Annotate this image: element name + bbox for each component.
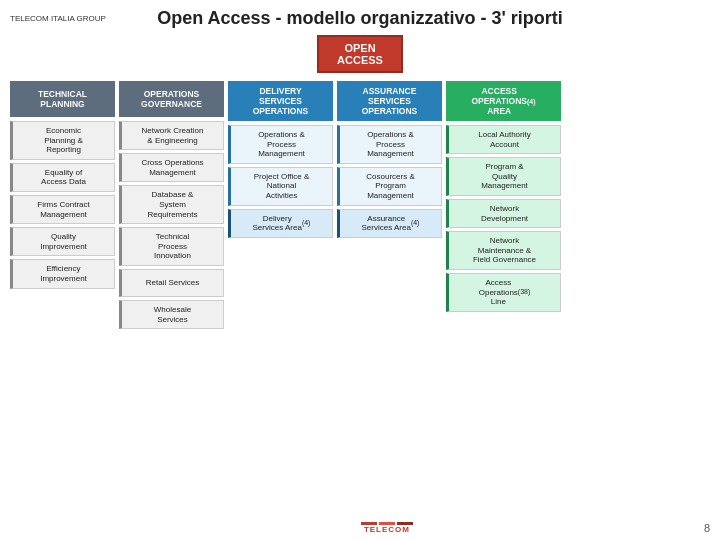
- open-access-container: OPENACCESS: [10, 35, 710, 73]
- open-access-badge: OPENACCESS: [317, 35, 403, 73]
- page-number: 8: [704, 522, 710, 534]
- list-item: Program &QualityManagement: [446, 157, 561, 196]
- page: TELECOM ITALIA GROUP Open Access - model…: [0, 0, 720, 540]
- col-header-delivery: DELIVERYSERVICESOPERATIONS: [228, 81, 333, 121]
- list-item: Database &SystemRequirements: [119, 185, 224, 224]
- list-item: DeliveryServices Area(4): [228, 209, 333, 238]
- list-item: NetworkDevelopment: [446, 199, 561, 228]
- column-access-ops: ACCESSOPERATIONSAREA (4) Local Authority…: [446, 81, 561, 315]
- col-header-ops-gov: OPERATIONSGOVERNANCE: [119, 81, 224, 117]
- list-item: Cosourcers &ProgramManagement: [337, 167, 442, 206]
- list-item: TechnicalProcessInnovation: [119, 227, 224, 266]
- list-item: EfficiencyImprovement: [10, 259, 115, 288]
- list-item: Retail Services: [119, 269, 224, 297]
- col-header-tech-planning: TECHNICALPLANNING: [10, 81, 115, 117]
- column-ops-governance: OPERATIONSGOVERNANCE Network Creation& E…: [119, 81, 224, 332]
- top-bar: TELECOM ITALIA GROUP Open Access - model…: [10, 8, 710, 29]
- col-header-assurance: ASSURANCESERVICESOPERATIONS: [337, 81, 442, 121]
- list-item: AccessOperationsLine (38): [446, 273, 561, 312]
- main-title: Open Access - modello organizzativo - 3'…: [157, 8, 563, 29]
- list-item: WholesaleServices: [119, 300, 224, 329]
- list-item: Equality ofAccess Data: [10, 163, 115, 192]
- list-item: Network Creation& Engineering: [119, 121, 224, 150]
- list-item: Operations &ProcessManagement: [228, 125, 333, 164]
- column-tech-planning: TECHNICALPLANNING EconomicPlanning &Repo…: [10, 81, 115, 292]
- list-item: Project Office &NationalActivities: [228, 167, 333, 206]
- logo-text: TELECOM: [364, 525, 410, 534]
- column-assurance: ASSURANCESERVICESOPERATIONS Operations &…: [337, 81, 442, 241]
- list-item: QualityImprovement: [10, 227, 115, 256]
- list-item: Operations &ProcessManagement: [337, 125, 442, 164]
- list-item: NetworkMaintenance &Field Governance: [446, 231, 561, 270]
- column-delivery: DELIVERYSERVICESOPERATIONS Operations &P…: [228, 81, 333, 241]
- list-item: Cross OperationsManagement: [119, 153, 224, 182]
- list-item: Local AuthorityAccount: [446, 125, 561, 154]
- list-item: EconomicPlanning &Reporting: [10, 121, 115, 160]
- telecom-logo: TELECOM: [361, 522, 413, 534]
- columns-container: TECHNICALPLANNING EconomicPlanning &Repo…: [10, 81, 710, 332]
- list-item: AssuranceServices Area(4): [337, 209, 442, 238]
- company-name: TELECOM ITALIA GROUP: [10, 14, 106, 23]
- col-header-access-ops: ACCESSOPERATIONSAREA (4): [446, 81, 561, 121]
- footer: TELECOM 8: [10, 522, 710, 534]
- list-item: Firms ContractManagement: [10, 195, 115, 224]
